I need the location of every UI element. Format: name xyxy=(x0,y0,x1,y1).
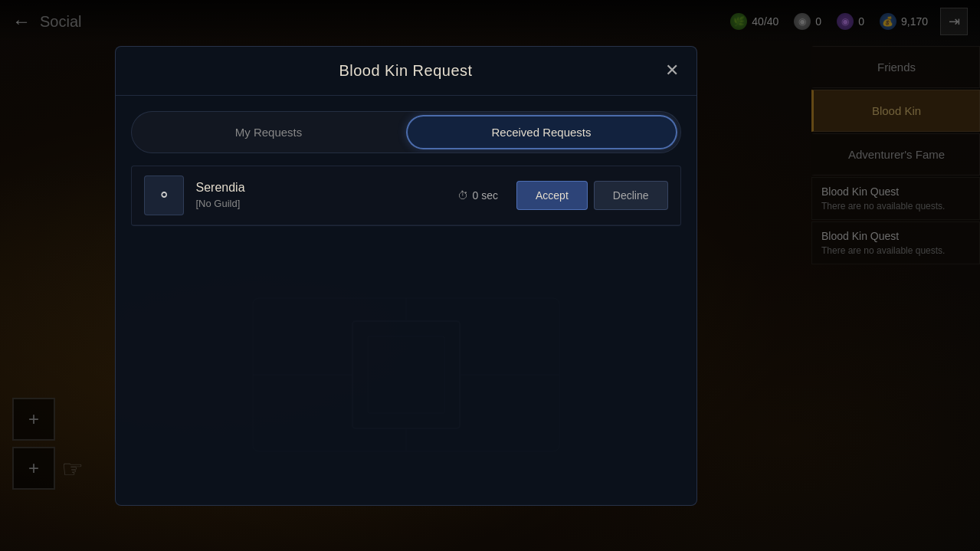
avatar-icon: ⚬ xyxy=(157,185,171,205)
request-name: Serendia xyxy=(196,181,445,195)
tab-received-requests[interactable]: Received Requests xyxy=(406,115,677,149)
request-actions: Accept Decline xyxy=(516,181,668,210)
modal-close-button[interactable]: ✕ xyxy=(660,58,684,83)
decline-button[interactable]: Decline xyxy=(594,181,668,210)
modal-overlay: Blood Kin Request ✕ My Requests Received… xyxy=(0,0,980,551)
accept-button[interactable]: Accept xyxy=(516,181,588,210)
request-timer: ⏱ 0 sec xyxy=(457,189,498,202)
timer-value: 0 sec xyxy=(473,189,498,202)
blood-kin-request-modal: Blood Kin Request ✕ My Requests Received… xyxy=(115,46,697,506)
request-avatar: ⚬ xyxy=(144,175,184,215)
tab-switcher: My Requests Received Requests xyxy=(131,111,681,153)
modal-content: ⚬ Serendia [No Guild] ⏱ 0 sec Accept xyxy=(116,166,696,241)
map-decoration xyxy=(116,244,696,505)
request-item: ⚬ Serendia [No Guild] ⏱ 0 sec Accept xyxy=(132,166,680,225)
request-list: ⚬ Serendia [No Guild] ⏱ 0 sec Accept xyxy=(131,166,681,226)
request-guild: [No Guild] xyxy=(196,198,445,209)
svg-rect-0 xyxy=(253,298,559,451)
modal-title: Blood Kin Request xyxy=(339,62,472,79)
clock-icon: ⏱ xyxy=(457,189,468,202)
svg-rect-2 xyxy=(368,336,444,413)
modal-header: Blood Kin Request ✕ xyxy=(116,47,696,96)
svg-rect-1 xyxy=(352,321,460,428)
request-info: Serendia [No Guild] xyxy=(196,181,445,209)
tab-my-requests[interactable]: My Requests xyxy=(135,115,403,149)
